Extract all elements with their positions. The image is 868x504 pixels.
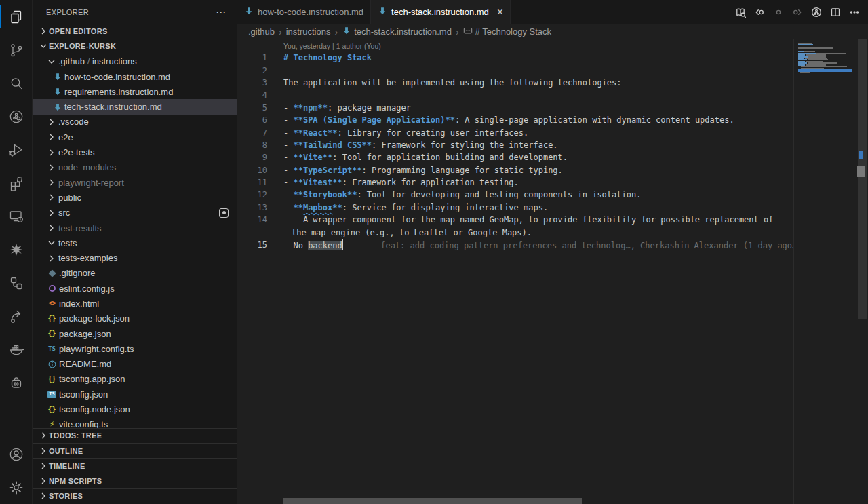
open-preview-side-icon[interactable] — [732, 4, 749, 20]
breadcrumb-item[interactable]: instructions — [286, 26, 331, 37]
tree-item-playwright-report[interactable]: playwright-report — [33, 175, 237, 190]
tree-item-package-lock.json[interactable]: {}package-lock.json — [33, 311, 237, 326]
tree-item-tests[interactable]: tests — [33, 235, 237, 250]
split-editor-icon[interactable] — [827, 4, 844, 20]
breadcrumb-item[interactable]: .github — [248, 26, 275, 37]
minimap-line — [798, 72, 857, 73]
breadcrumb-item[interactable]: # Technology Stack — [463, 26, 552, 37]
tree-item-label: .vscode — [58, 117, 89, 127]
horizontal-scrollbar[interactable] — [283, 498, 582, 504]
starburst-icon[interactable] — [0, 233, 33, 266]
indent-guide — [47, 69, 47, 84]
tab-tech-stack.instruction.md[interactable]: tech-stack.instruction.md× — [371, 0, 511, 24]
minimap[interactable] — [793, 39, 857, 504]
root-folder-label: EXPLORE-KURSK — [49, 42, 116, 50]
section-npm-scripts[interactable]: NPM SCRIPTS — [33, 473, 237, 488]
md-file-icon — [52, 102, 63, 113]
tree-item-test-results[interactable]: test-results — [33, 220, 237, 235]
code-text: : Framework for styling the interface. — [372, 140, 558, 150]
change-dot-icon[interactable] — [770, 4, 787, 20]
tree-item-tsconfig.app.json[interactable]: {}tsconfig.app.json — [33, 372, 237, 387]
account-icon[interactable] — [0, 438, 33, 471]
wrap-indent-guide — [290, 214, 290, 226]
file-tree: .github / instructionshow-to-code.instru… — [33, 54, 237, 428]
run-debug-icon[interactable] — [0, 133, 33, 166]
remote-explorer-icon[interactable] — [0, 199, 33, 233]
code-line-13: 13- **Mapbox**: Service for displaying i… — [237, 201, 793, 214]
tree-item-node-modules[interactable]: node_modules — [33, 160, 237, 175]
code-text: : Service for displaying interactive map… — [342, 203, 548, 212]
tree-item-index.html[interactable]: <>index.html — [33, 296, 237, 311]
more-actions-icon[interactable] — [846, 4, 863, 20]
hierarchy-icon[interactable] — [0, 266, 33, 299]
section-outline[interactable]: OUTLINE — [33, 443, 237, 458]
tree-item-src[interactable]: src — [33, 206, 237, 220]
tree-item-e2e[interactable]: e2e — [33, 130, 237, 144]
next-change-icon[interactable] — [789, 4, 806, 20]
settings-gear-icon[interactable] — [0, 471, 33, 504]
commit-graph-icon[interactable] — [808, 4, 825, 20]
code-line-12: 12- **Storybook**: Tool for developing a… — [237, 189, 793, 201]
tree-item-public[interactable]: public — [33, 190, 237, 205]
tree-item-playwright.config.ts[interactable]: TSplaywright.config.ts — [33, 341, 237, 356]
chevron-right-icon — [46, 117, 57, 128]
tree-item-how-to-code.instruction.md[interactable]: how-to-code.instruction.md — [33, 69, 237, 84]
tree-item-requirements.instruction.md[interactable]: requirements.instruction.md — [33, 84, 237, 99]
code-area: You, yesterday | 1 author (You) 1# Techn… — [237, 39, 868, 504]
circle-graph-icon[interactable] — [0, 100, 33, 133]
tree-item-eslint.config.js[interactable]: eslint.config.js — [33, 281, 237, 296]
code-line-14: 14 - A wrapper component for the map nam… — [237, 214, 793, 226]
line-number: 1 — [237, 53, 267, 62]
overview-ruler-cursor-mark — [857, 166, 865, 177]
open-editors-header[interactable]: OPEN EDITORS — [33, 24, 237, 39]
tree-item-.github-instructions[interactable]: .github / instructions — [33, 54, 237, 69]
tab-label: tech-stack.instruction.md — [391, 7, 489, 17]
tree-item-.gitignore[interactable]: .gitignore — [33, 266, 237, 281]
tree-item-e2e-tests[interactable]: e2e-tests — [33, 144, 237, 159]
explorer-icon[interactable] — [0, 0, 33, 33]
tree-item-label: eslint.config.js — [59, 284, 115, 294]
md-file-icon — [244, 6, 254, 18]
code-line-15: 15- No backendfeat: add coding pattern p… — [237, 239, 793, 251]
close-icon[interactable]: × — [497, 7, 503, 18]
overview-ruler-info-mark — [859, 151, 863, 159]
tree-item-vite.config.ts[interactable]: ⚡vite.config.ts — [33, 417, 237, 428]
previous-change-icon[interactable] — [751, 4, 768, 20]
breadcrumb-item[interactable]: tech-stack.instruction.md — [342, 26, 452, 37]
line-number: 12 — [237, 190, 267, 199]
more-actions-icon[interactable]: ⋯ — [213, 6, 229, 18]
section-label: STORIES — [49, 492, 83, 500]
tab-bar: how-to-code.instruction.mdtech-stack.ins… — [237, 0, 868, 24]
tree-item-readme.md[interactable]: README.md — [33, 357, 237, 372]
explore-kursk-header[interactable]: EXPLORE-KURSK — [33, 39, 237, 54]
code-text: - — [283, 166, 293, 175]
section-stories[interactable]: STORIES — [33, 488, 237, 503]
tree-item-tests-examples[interactable]: tests-examples — [33, 250, 237, 265]
section-todos-tree[interactable]: TODOS: TREE — [33, 428, 237, 443]
codelens-authors[interactable]: You, yesterday | 1 author (You) — [283, 42, 793, 52]
tree-item-label: e2e-tests — [58, 147, 94, 157]
tree-item-tsconfig.json[interactable]: TStsconfig.json — [33, 387, 237, 402]
tree-item-label: tests-examples — [58, 253, 117, 263]
search-icon[interactable] — [0, 66, 33, 100]
md-file-icon — [52, 71, 63, 82]
share-icon[interactable] — [0, 299, 33, 332]
robot-icon[interactable] — [0, 366, 33, 399]
code-text: - — [283, 153, 293, 162]
tree-item-tsconfig.node.json[interactable]: {}tsconfig.node.json — [33, 402, 237, 416]
source-control-icon[interactable] — [0, 33, 33, 66]
extensions-icon[interactable] — [0, 166, 33, 199]
code-line-11: 11- **Vitest**: Framework for applicatio… — [237, 176, 793, 189]
tree-item-label: requirements.instruction.md — [64, 87, 173, 97]
tree-item-.vscode[interactable]: .vscode — [33, 115, 237, 130]
tree-item-tech-stack.instruction.md[interactable]: tech-stack.instruction.md — [33, 99, 237, 114]
line-number: 6 — [237, 115, 267, 125]
docker-icon[interactable] — [0, 332, 33, 366]
sidebar-bottom-sections: TODOS: TREEOUTLINETIMELINENPM SCRIPTSSTO… — [33, 428, 237, 503]
tree-item-package.json[interactable]: {}package.json — [33, 326, 237, 341]
section-timeline[interactable]: TIMELINE — [33, 458, 237, 473]
code-text: backend — [308, 241, 342, 250]
tab-how-to-code.instruction.md[interactable]: how-to-code.instruction.md — [237, 0, 371, 24]
code-text: : A single-page application with dynamic… — [455, 115, 734, 125]
vertical-scrollbar[interactable] — [858, 39, 867, 319]
